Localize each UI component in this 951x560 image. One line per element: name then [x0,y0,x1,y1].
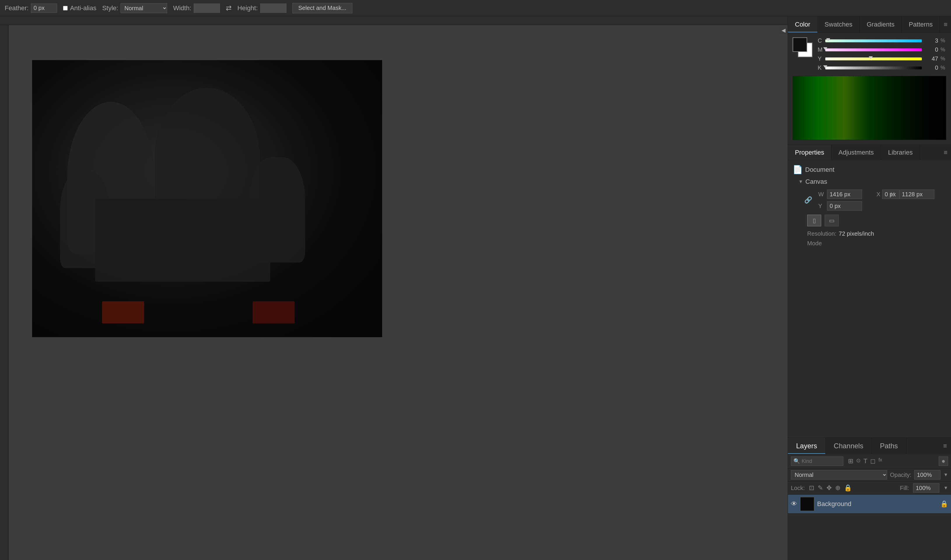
portrait-button[interactable]: ▯ [807,215,821,226]
swap-icon[interactable]: ⇄ [226,4,232,12]
color-spectrum[interactable] [792,76,946,140]
blend-mode-row: Normal Dissolve Multiply Screen Overlay … [788,468,951,482]
tab-properties[interactable]: Properties [788,145,831,160]
c-slider-track[interactable] [825,39,922,42]
c-pct: % [940,38,946,44]
height-label: Height: [237,5,258,12]
color-sliders: C 3 % M 0 [818,37,946,74]
layer-name: Background [817,500,937,508]
layer-item-background[interactable]: 👁 Background 🔒 [788,495,951,514]
y-slider-thumb[interactable] [869,56,873,62]
document-section-header[interactable]: 📄 Document [792,165,946,174]
w-link-icon: 🔗 [804,196,816,204]
tab-color[interactable]: Color [788,16,818,32]
fill-input[interactable] [913,483,939,492]
panel-collapse-button[interactable]: ◀ [779,26,788,34]
layer-lock-icon[interactable]: 🔒 [940,500,948,508]
antialias-group: Anti-alias [63,5,96,12]
style-select[interactable]: Normal Fixed Ratio Fixed Size [120,3,167,13]
y-pct: % [940,56,946,62]
orientation-row: ▯ ▭ [807,215,946,226]
style-group: Style: Normal Fixed Ratio Fixed Size [102,3,167,13]
k-slider-thumb[interactable] [823,65,827,71]
width-input[interactable] [194,3,220,13]
canvas-width-input[interactable] [827,189,862,199]
filter-adjust-icon[interactable]: ⊙ [856,457,860,465]
tab-paths[interactable]: Paths [872,438,906,454]
lock-artboard-icon[interactable]: ⊕ [835,484,840,492]
tab-layers[interactable]: Layers [788,438,826,454]
height-input[interactable] [260,3,286,13]
props-panel-menu[interactable]: ≡ [940,145,951,160]
properties-panel: Properties Adjustments Libraries ≡ 📄 Doc… [788,145,951,437]
lock-row: Lock: ⊡ ✎ ✥ ⊕ 🔒 Fill: ▼ [788,482,951,495]
lock-label: Lock: [791,485,805,491]
y-dim-group: Y [818,201,874,211]
blend-mode-select[interactable]: Normal Dissolve Multiply Screen Overlay [791,470,887,480]
height-dim-group: H [891,189,946,199]
tab-channels[interactable]: Channels [826,438,872,454]
main-area: ◀ Color Swatches Gradients Patterns ≡ [0,16,951,560]
document-icon: 📄 [792,165,803,174]
lock-pixel-icon[interactable]: ⊡ [809,484,814,492]
chair-accent-left [102,301,144,323]
x-dim-group: X [877,189,888,199]
k-slider-row: K 0 % [818,65,946,71]
m-slider-thumb[interactable] [823,47,827,52]
opacity-arrow[interactable]: ▼ [943,472,948,477]
chair-accent-right [252,301,295,323]
color-panel-menu[interactable]: ≡ [940,16,951,32]
layers-panel-menu[interactable]: ≡ [939,438,951,454]
toolbar: Feather: Anti-alias Style: Normal Fixed … [0,0,951,16]
y-label: Y [818,55,823,62]
filter-type-icon[interactable]: T [863,457,867,465]
lock-draw-icon[interactable]: ✎ [818,484,823,492]
h-dim-label: H [891,191,898,198]
color-tab-bar: Color Swatches Gradients Patterns ≡ [788,16,951,33]
opacity-label: Opacity: [890,472,911,478]
color-panel-section: Color Swatches Gradients Patterns ≡ [788,16,951,145]
top-ruler [0,16,788,25]
canvas-section-header[interactable]: ▼ Canvas [799,178,946,186]
layer-thumbnail [800,497,814,511]
tab-patterns[interactable]: Patterns [902,16,940,32]
y-value: 47 [924,55,938,62]
tab-adjustments[interactable]: Adjustments [831,145,881,160]
c-label: C [818,37,823,44]
mode-row: Mode [807,240,946,247]
k-pct: % [940,65,946,71]
antialias-checkbox[interactable] [63,6,68,11]
m-slider-track[interactable] [825,48,922,51]
antialias-label: Anti-alias [70,5,96,12]
fill-arrow[interactable]: ▼ [943,485,948,491]
tab-libraries[interactable]: Libraries [881,145,920,160]
lock-move-icon[interactable]: ✥ [826,484,832,492]
select-mask-button[interactable]: Select and Mask... [292,3,353,14]
filter-toggle-button[interactable]: ● [939,457,948,466]
document-label: Document [805,166,834,174]
layer-visibility-toggle[interactable]: 👁 [791,500,797,508]
resolution-row: Resolution: 72 pixels/inch [807,231,946,237]
canvas-collapse-icon: ▼ [799,179,803,184]
opacity-input[interactable] [914,470,940,480]
layer-filter-input[interactable] [802,458,831,464]
canvas-y-input[interactable] [827,201,862,211]
canvas-and-ruler: ◀ [0,25,788,560]
lock-all-icon[interactable]: 🔒 [844,484,852,492]
c-value: 3 [924,37,938,44]
foreground-color-swatch[interactable] [792,37,807,52]
mode-label: Mode [807,240,822,247]
k-slider-track[interactable] [825,66,922,69]
landscape-button[interactable]: ▭ [825,215,839,226]
tab-swatches[interactable]: Swatches [818,16,860,32]
feather-input[interactable] [31,3,57,13]
tab-gradients[interactable]: Gradients [860,16,902,32]
fill-label: Fill: [900,485,909,491]
filter-effect-icon[interactable]: fx [879,457,882,465]
c-slider-thumb[interactable] [826,38,830,43]
filter-shape-icon[interactable]: ◻ [870,457,876,465]
canvas-height-input[interactable] [899,189,934,199]
y-slider-track[interactable] [825,57,922,60]
filter-pixel-icon[interactable]: ⊞ [848,457,853,465]
resolution-value: 72 pixels/inch [839,231,874,237]
